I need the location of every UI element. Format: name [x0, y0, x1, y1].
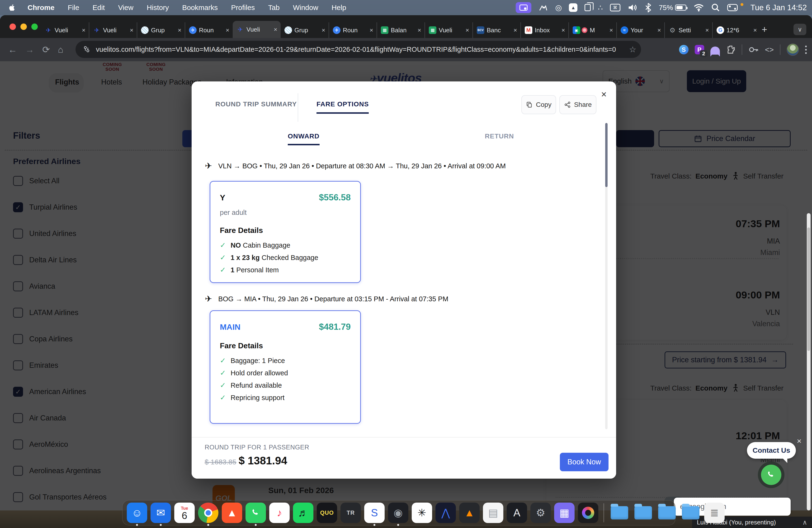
dock-downloads-stack[interactable]: ≣ [704, 503, 725, 523]
dock-appstore[interactable]: A [507, 503, 527, 523]
menu-item-view[interactable]: View [118, 3, 133, 12]
site-info-icon[interactable] [82, 45, 91, 54]
tab-close-icon[interactable]: × [417, 27, 422, 34]
tab-fare-options[interactable]: FARE OPTIONS [317, 100, 369, 114]
dock-notes[interactable]: ▤ [483, 503, 503, 523]
dock-music[interactable]: ♪ [269, 503, 290, 523]
browser-tab-vueli[interactable]: ✈Vueli× [233, 21, 281, 38]
window-close-button[interactable] [10, 24, 16, 30]
tab-onward[interactable]: ONWARD [288, 132, 320, 145]
dock-blocks[interactable]: ▦ [554, 503, 575, 523]
tab-close-icon[interactable]: × [177, 27, 182, 34]
tab-close-icon[interactable]: × [369, 27, 374, 34]
browser-tab-m[interactable]: ▣M× [568, 22, 617, 38]
ghostery-icon[interactable] [710, 46, 720, 55]
contact-close-icon[interactable]: × [797, 436, 801, 445]
dock-folder-1[interactable] [609, 503, 630, 523]
dock-nordvpn[interactable]: ⋀ [435, 503, 456, 523]
browser-tab-vueli[interactable]: ▦Vueli× [424, 22, 473, 38]
bluetooth-icon[interactable] [644, 3, 652, 12]
dock-whatsapp[interactable] [246, 503, 266, 523]
clipboard-menu-icon[interactable] [584, 4, 591, 11]
tab-round-trip-summary[interactable]: ROUND TRIP SUMMARY [215, 100, 297, 108]
browser-tab-inbox[interactable]: MInbox× [520, 22, 568, 38]
spotlight-search-icon[interactable] [711, 3, 720, 12]
tab-search-button[interactable]: ∨ [794, 24, 806, 35]
browser-tab-vueli[interactable]: ✈Vueli× [41, 22, 89, 38]
dock-spotify[interactable]: ♬ [293, 503, 314, 523]
tab-close-icon[interactable]: × [465, 27, 470, 34]
chrome-menu-icon[interactable] [805, 46, 807, 54]
browser-tab-vueli[interactable]: ✈Vueli× [89, 22, 137, 38]
copy-button[interactable]: Copy [521, 95, 556, 114]
tab-close-icon[interactable]: × [225, 27, 230, 34]
dock-lens[interactable] [578, 503, 598, 523]
window-minimize-button[interactable] [20, 24, 27, 30]
contact-us-tooltip[interactable]: Contact Us [747, 442, 796, 459]
tab-close-icon[interactable]: × [273, 26, 278, 33]
modal-scrollbar[interactable] [605, 123, 608, 429]
modal-scrollbar-thumb[interactable] [605, 123, 608, 187]
fare-card-return[interactable]: MAIN $481.79 Fare Details ✓Baggage: 1 Pi… [209, 310, 361, 424]
wifi-icon[interactable] [694, 3, 704, 12]
new-tab-button[interactable]: + [762, 24, 767, 35]
control-center-icon[interactable] [727, 4, 738, 11]
extensions-puzzle-icon[interactable] [726, 45, 736, 54]
dock-quo[interactable]: QUO [317, 503, 337, 523]
page-scrollbar-thumb[interactable] [807, 228, 810, 351]
menu-item-profiles[interactable]: Profiles [231, 3, 255, 12]
profile-avatar[interactable] [787, 43, 799, 56]
nordvpn-menu-icon[interactable] [538, 3, 548, 12]
menu-clock[interactable]: Tue 6 Jan 14:52 [751, 3, 807, 12]
tab-close-icon[interactable]: × [129, 27, 134, 34]
bookmark-star-icon[interactable]: ☆ [629, 45, 636, 54]
dev-code-icon[interactable]: <> [765, 45, 774, 54]
browser-tab-banc[interactable]: BCVBanc× [473, 22, 520, 38]
menu-item-help[interactable]: Help [331, 3, 346, 12]
browser-tab-grup[interactable]: Grup× [281, 22, 329, 38]
tab-close-icon[interactable]: × [321, 27, 326, 34]
reload-button[interactable]: ⟳ [42, 44, 50, 55]
volume-icon[interactable] [627, 3, 638, 12]
menu-item-file[interactable]: File [68, 3, 79, 12]
book-now-button[interactable]: Book Now [560, 453, 609, 471]
browser-tab-roun[interactable]: ✈Roun× [329, 22, 377, 38]
fare-card-onward[interactable]: Y $556.58 per adult Fare Details ✓NO Cab… [209, 181, 361, 283]
menu-item-window[interactable]: Window [293, 3, 318, 12]
menu-item-bookmarks[interactable]: Bookmarks [182, 3, 218, 12]
whatsapp-button[interactable] [758, 461, 784, 488]
tab-close-icon[interactable]: × [82, 27, 86, 34]
browser-tab-your[interactable]: ≈Your× [617, 22, 664, 38]
browser-tab-grup[interactable]: Grup× [137, 22, 185, 38]
address-bar[interactable]: vuelitos.com/flights?from=VLN&to=MIA&dep… [75, 41, 641, 58]
dock-vlc[interactable]: ▲ [459, 503, 480, 523]
page-scrollbar[interactable] [807, 213, 811, 510]
dock-calendar[interactable]: Tue6 [174, 503, 195, 523]
tab-close-icon[interactable]: × [561, 27, 566, 34]
home-button[interactable]: ⌂ [58, 45, 63, 55]
dock-mail[interactable]: ✉ [150, 503, 171, 523]
menu-item-edit[interactable]: Edit [92, 3, 105, 12]
menu-item-history[interactable]: History [147, 3, 169, 12]
tab-close-icon[interactable]: × [609, 27, 613, 34]
passwords-key-icon[interactable] [748, 45, 759, 54]
extension-s-icon[interactable]: S [679, 45, 688, 54]
modal-close-icon[interactable]: × [601, 89, 607, 100]
dots-menu-icon[interactable]: ∴ [598, 3, 603, 12]
drive-menu-icon[interactable]: ▲ [569, 3, 577, 12]
screen-sharing-indicator[interactable] [516, 2, 531, 13]
forward-button[interactable]: → [25, 45, 34, 55]
dock-stremio[interactable]: S [364, 503, 385, 523]
menu-item-chrome[interactable]: Chrome [28, 3, 54, 12]
shazam-menu-icon[interactable]: ◎ [555, 3, 562, 12]
dock-folder-4[interactable] [680, 503, 701, 523]
share-button[interactable]: Share [560, 95, 596, 114]
dock-fan[interactable]: ✳ [412, 503, 432, 523]
extension-p-icon[interactable]: P2 [695, 45, 704, 54]
battery-indicator[interactable]: 75% [659, 3, 686, 12]
menu-item-tab[interactable]: Tab [268, 3, 279, 12]
browser-tab-12*6[interactable]: G12*6× [712, 22, 760, 38]
browser-tab-setti[interactable]: ⚙Setti× [664, 22, 712, 38]
tab-close-icon[interactable]: × [705, 27, 709, 34]
keyboard-menu-icon[interactable]: ⌘ [610, 4, 620, 11]
